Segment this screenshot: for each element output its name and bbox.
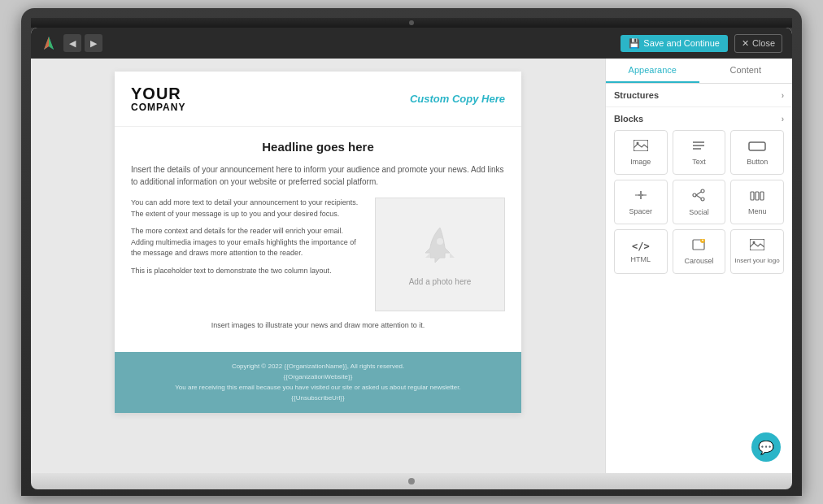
chat-bubble-button[interactable]: 💬 [751,432,781,462]
email-para-3: This is placeholder text to demonstrate … [131,266,365,277]
close-button[interactable]: ✕ Close [734,34,782,53]
logo-company: COMPANY [131,102,185,113]
social-block-icon [692,189,705,205]
laptop-shell: ◀ ▶ 💾 Save and Continue ✕ Close [21,8,802,496]
laptop-camera [409,20,414,25]
svg-line-19 [696,195,701,198]
forward-button[interactable]: ▶ [85,34,102,52]
logo-block-icon [750,239,764,254]
svg-point-15 [701,189,704,193]
footer-reason: You are receiving this email because you… [124,383,512,393]
svg-rect-20 [751,192,754,200]
block-text[interactable]: Text [673,130,726,175]
block-spacer[interactable]: Spacer [614,180,668,224]
spacer-block-icon [634,189,648,204]
block-button-label: Button [747,158,768,166]
footer-copyright: Copyright © 2022 {{OrganizationName}}, A… [124,362,512,372]
structures-section: Structures › [606,84,792,107]
structures-arrow-icon: › [782,91,784,100]
email-para-1: You can add more text to detail your ann… [131,198,365,219]
block-logo-label: Insert your logo [735,257,780,264]
svg-line-18 [696,192,701,195]
block-button[interactable]: Button [730,130,784,175]
save-continue-button[interactable]: 💾 Save and Continue [621,35,728,52]
email-image-placeholder[interactable]: Add a photo here [375,198,505,311]
svg-marker-2 [49,37,54,50]
laptop-notch [408,478,415,484]
laptop-camera-bar [31,18,792,28]
block-carousel-label: Carousel [684,257,713,265]
custom-copy-text[interactable]: Custom Copy Here [410,93,505,105]
top-bar-right: 💾 Save and Continue ✕ Close [621,34,782,53]
back-button[interactable]: ◀ [63,34,81,52]
block-image[interactable]: Image [614,130,668,175]
email-footer: Copyright © 2022 {{OrganizationName}}, A… [115,352,521,413]
svg-marker-1 [44,37,49,50]
logo-your: YOUR [131,85,185,102]
html-block-icon: </> [632,241,650,252]
email-header: YOUR COMPANY Custom Copy Here [115,72,521,127]
block-carousel[interactable]: Carousel [673,229,726,274]
app-ui: ◀ ▶ 💾 Save and Continue ✕ Close [31,28,792,473]
top-bar-left: ◀ ▶ [41,34,102,52]
email-headline: Headline goes here [131,140,505,154]
main-content: YOUR COMPANY Custom Copy Here Headline g… [31,59,792,473]
text-block-icon [691,140,706,154]
svg-rect-9 [749,142,765,150]
right-panel: Appearance Content Structures › Blocks [605,59,792,473]
menu-block-icon [750,189,764,204]
button-block-icon [748,140,766,154]
email-caption: Insert images to illustrate your news an… [131,321,505,329]
footer-unsubscribe: {{UnsubscribeUrl}} [124,393,512,404]
nav-buttons: ◀ ▶ [63,34,102,52]
image-block-icon [634,140,648,154]
svg-rect-22 [760,192,764,200]
email-canvas: YOUR COMPANY Custom Copy Here Headline g… [115,72,521,413]
block-social-label: Social [689,208,709,216]
carousel-block-icon [690,239,707,254]
rocket-icon [416,224,464,272]
blocks-arrow-icon: › [782,115,784,124]
block-html[interactable]: </> HTML [614,229,668,274]
svg-point-17 [693,193,696,197]
editor-area: YOUR COMPANY Custom Copy Here Headline g… [31,59,605,473]
svg-rect-21 [756,192,759,200]
tab-appearance[interactable]: Appearance [606,59,699,83]
save-icon: 💾 [629,38,640,49]
panel-tabs: Appearance Content [606,59,792,84]
app-logo-icon [41,35,57,51]
tab-content[interactable]: Content [699,59,793,83]
footer-website: {{OrganizationWebsite}} [124,372,512,383]
laptop-screen: ◀ ▶ 💾 Save and Continue ✕ Close [31,28,792,473]
svg-point-3 [437,238,443,245]
email-two-col: You can add more text to detail your ann… [131,198,505,311]
company-logo: YOUR COMPANY [131,85,185,113]
email-text-col: You can add more text to detail your ann… [131,198,365,311]
block-html-label: HTML [631,255,651,263]
block-social[interactable]: Social [673,180,726,224]
structures-label: Structures [614,90,659,100]
blocks-label: Blocks › [614,114,784,124]
chat-icon: 💬 [758,440,774,455]
block-spacer-label: Spacer [629,207,653,215]
block-menu-label: Menu [748,207,767,215]
add-photo-label: Add a photo here [409,277,472,286]
blocks-section: Blocks › Image [606,107,792,473]
blocks-grid: Image Text [614,130,784,274]
top-bar: ◀ ▶ 💾 Save and Continue ✕ Close [31,28,792,59]
structures-header[interactable]: Structures › [614,90,784,100]
laptop-base [31,473,792,489]
email-intro: Insert the details of your announcement … [131,163,505,188]
block-image-label: Image [630,158,651,166]
email-body: Headline goes here Insert the details of… [115,127,521,352]
close-x-icon: ✕ [742,38,749,49]
block-logo[interactable]: Insert your logo [730,229,784,274]
block-menu[interactable]: Menu [730,180,784,224]
email-para-2: The more context and details for the rea… [131,226,365,259]
block-text-label: Text [692,158,706,166]
svg-point-16 [701,198,704,201]
